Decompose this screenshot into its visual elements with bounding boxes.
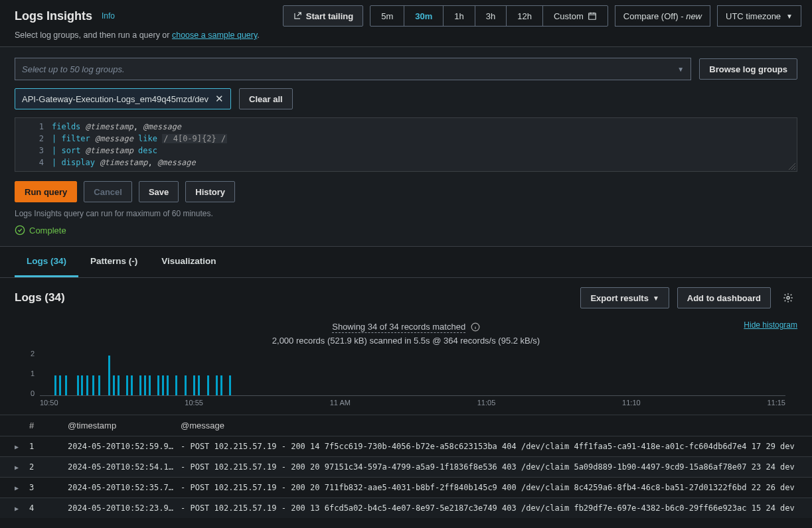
subheader: Select log groups, and then run a query …	[0, 27, 812, 46]
info-icon[interactable]	[471, 322, 480, 332]
histogram-bar[interactable]	[185, 375, 187, 395]
histogram-bar[interactable]	[175, 375, 177, 395]
close-icon[interactable]: ✕	[215, 93, 224, 105]
row-timestamp: 2024-05-20T10:52:54.1…	[68, 462, 181, 472]
expand-caret-icon[interactable]: ▶	[15, 443, 29, 450]
histogram-bar[interactable]	[198, 375, 200, 395]
code-line[interactable]: 4| display @timestamp, @message	[15, 157, 797, 168]
row-number: 1	[29, 442, 68, 451]
code-line[interactable]: 2| filter @message like / 4[0-9]{2} /	[15, 133, 797, 145]
export-results-button[interactable]: Export results ▼	[580, 287, 669, 308]
time-1h[interactable]: 1h	[444, 6, 475, 26]
status-complete: Complete	[15, 225, 797, 235]
records-scanned: 2,000 records (521.9 kB) scanned in 5.5s…	[15, 336, 797, 346]
run-label: Run query	[25, 187, 67, 197]
code-line[interactable]: 1fields @timestamp, @message	[15, 121, 797, 133]
query-editor[interactable]: 1fields @timestamp, @message2| filter @m…	[15, 117, 797, 172]
row-timestamp: 2024-05-20T10:52:23.9…	[68, 503, 181, 513]
cancel-label: Cancel	[94, 187, 122, 197]
tab-patterns[interactable]: Patterns (-)	[78, 247, 149, 277]
clear-all-label: Clear all	[249, 94, 283, 104]
expand-caret-icon[interactable]: ▶	[15, 484, 29, 492]
row-number: 4	[29, 503, 68, 513]
timezone-label: UTC timezone	[726, 11, 781, 21]
log-group-placeholder: Select up to 50 log groups.	[22, 64, 125, 74]
browse-log-groups-button[interactable]: Browse log groups	[699, 58, 797, 80]
log-group-chip[interactable]: API-Gateway-Execution-Logs_em49q45mzd/de…	[15, 88, 231, 109]
col-message[interactable]: @message	[181, 421, 797, 430]
histogram-bar[interactable]	[220, 375, 222, 395]
histogram-bar[interactable]	[149, 375, 151, 395]
histogram-bar[interactable]	[113, 375, 115, 395]
code-line[interactable]: 3| sort @timestamp desc	[15, 145, 797, 157]
table-row[interactable]: ▶12024-05-20T10:52:59.9…- POST 102.215.5…	[0, 436, 812, 456]
histogram-bar[interactable]	[98, 375, 100, 395]
start-tailing-button[interactable]: Start tailing	[283, 5, 364, 27]
table-row[interactable]: ▶32024-05-20T10:52:35.7…- POST 102.215.5…	[0, 477, 812, 497]
chevron-down-icon: ▼	[786, 13, 793, 20]
histogram-bar[interactable]	[126, 375, 128, 395]
svg-rect-0	[589, 13, 596, 19]
histogram-bar[interactable]	[59, 375, 61, 395]
timezone-dropdown[interactable]: UTC timezone ▼	[717, 5, 801, 27]
histogram-bar[interactable]	[216, 375, 218, 395]
time-custom[interactable]: Custom	[543, 6, 608, 26]
row-number: 3	[29, 483, 68, 492]
histogram-bar[interactable]	[54, 375, 56, 395]
gear-icon	[783, 293, 793, 303]
histogram-bar[interactable]	[108, 356, 110, 395]
sample-query-link[interactable]: choose a sample query	[172, 31, 257, 40]
subheader-text: Select log groups, and then run a query …	[15, 31, 172, 40]
time-5m[interactable]: 5m	[370, 6, 404, 26]
query-note: Logs Insights query can run for maximum …	[15, 209, 797, 218]
col-timestamp[interactable]: @timestamp	[68, 421, 181, 430]
histogram-bar[interactable]	[157, 375, 159, 395]
tab-visualization[interactable]: Visualization	[149, 247, 228, 277]
time-range-segment: 5m 30m 1h 3h 12h Custom	[370, 5, 608, 27]
compare-dropdown[interactable]: Compare (Off) - new	[615, 5, 710, 27]
histogram-bar[interactable]	[92, 375, 94, 395]
histogram-chart: 210 10:5010:5511 AM11:0511:1011:15	[0, 350, 812, 408]
histogram-bar[interactable]	[118, 375, 120, 395]
expand-caret-icon[interactable]: ▶	[15, 505, 29, 512]
histogram-bar[interactable]	[65, 375, 67, 395]
col-number[interactable]: #	[29, 421, 68, 430]
clear-all-button[interactable]: Clear all	[239, 88, 293, 109]
calendar-icon	[588, 11, 597, 21]
histogram-bar[interactable]	[193, 375, 195, 395]
histogram-bar[interactable]	[167, 375, 169, 395]
histogram-bar[interactable]	[81, 375, 83, 395]
row-timestamp: 2024-05-20T10:52:59.9…	[68, 442, 181, 451]
row-number: 2	[29, 462, 68, 472]
histogram-bar[interactable]	[144, 375, 146, 395]
settings-button[interactable]	[779, 289, 797, 307]
resize-handle-icon[interactable]	[789, 163, 795, 170]
records-matched: Showing 34 of 34 records matched	[332, 322, 465, 333]
histogram-bar[interactable]	[77, 375, 79, 395]
check-circle-icon	[15, 225, 25, 235]
export-label: Export results	[590, 293, 648, 303]
info-link[interactable]: Info	[102, 11, 115, 21]
table-row[interactable]: ▶22024-05-20T10:52:54.1…- POST 102.215.5…	[0, 456, 812, 477]
table-row[interactable]: ▶42024-05-20T10:52:23.9…- POST 102.215.5…	[0, 497, 812, 518]
histogram-bar[interactable]	[86, 375, 88, 395]
run-query-button[interactable]: Run query	[15, 181, 77, 202]
cancel-button: Cancel	[84, 181, 132, 202]
time-30m[interactable]: 30m	[404, 6, 444, 26]
histogram-bar[interactable]	[131, 375, 133, 395]
browse-label: Browse log groups	[709, 64, 787, 74]
history-button[interactable]: History	[185, 181, 235, 202]
results-title: Logs (34)	[15, 291, 65, 304]
time-3h[interactable]: 3h	[475, 6, 507, 26]
add-to-dashboard-button[interactable]: Add to dashboard	[677, 287, 771, 308]
tab-logs[interactable]: Logs (34)	[15, 247, 78, 277]
histogram-bar[interactable]	[162, 375, 164, 395]
log-group-select[interactable]: Select up to 50 log groups. ▼	[15, 58, 691, 80]
histogram-bar[interactable]	[229, 375, 231, 395]
save-button[interactable]: Save	[139, 181, 179, 202]
histogram-bar[interactable]	[207, 375, 209, 395]
expand-caret-icon[interactable]: ▶	[15, 464, 29, 471]
time-12h[interactable]: 12h	[507, 6, 543, 26]
hide-histogram-link[interactable]: Hide histogram	[744, 320, 797, 330]
histogram-bar[interactable]	[139, 375, 141, 395]
